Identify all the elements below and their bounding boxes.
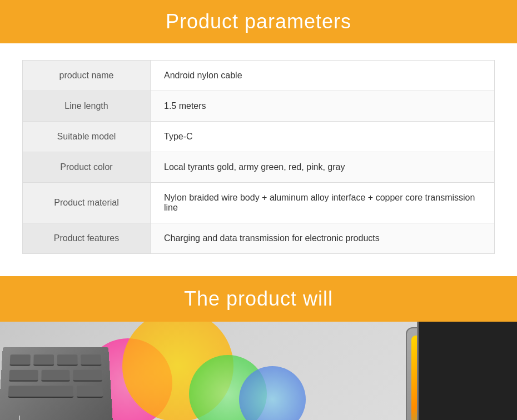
params-table: product nameAndroid nylon cableLine leng… (22, 60, 495, 254)
header-banner: Product parameters (0, 0, 517, 43)
key (41, 370, 70, 382)
key-wide (8, 386, 74, 398)
param-value: Local tyrants gold, army green, red, pin… (151, 152, 495, 183)
keyboard-element (0, 347, 114, 420)
key (33, 354, 54, 366)
arrow-icon: ↑ (17, 413, 23, 420)
param-value: Android nylon cable (151, 61, 495, 91)
table-row: Product colorLocal tyrants gold, army gr… (23, 152, 495, 183)
page-title: Product parameters (11, 10, 506, 33)
table-row: product nameAndroid nylon cable (23, 61, 495, 91)
param-label: Product color (23, 152, 151, 183)
param-label: Line length (23, 91, 151, 122)
key-row-1 (10, 354, 102, 366)
param-value: 1.5 meters (151, 91, 495, 122)
key-row-3 (8, 386, 103, 398)
table-row: Product materialNylon braided wire body … (23, 183, 495, 223)
param-label: product name (23, 61, 151, 91)
key (10, 354, 31, 366)
param-value: Nylon braided wire body + aluminum alloy… (151, 183, 495, 223)
table-row: Product featuresCharging and data transm… (23, 223, 495, 254)
key (81, 354, 101, 366)
product-image-section: ↑ popup elerie (0, 322, 517, 420)
table-row: Line length1.5 meters (23, 91, 495, 122)
key (9, 370, 38, 382)
key (73, 370, 102, 382)
device-right (417, 322, 517, 420)
param-label: Suitable model (23, 122, 151, 152)
table-section: product nameAndroid nylon cableLine leng… (0, 43, 517, 276)
param-value: Charging and data transmission for elect… (151, 223, 495, 254)
middle-banner: The product will (0, 276, 517, 322)
table-row: Suitable modelType-C (23, 122, 495, 152)
device-right-screen (419, 322, 517, 420)
key (77, 386, 103, 398)
middle-banner-title: The product will (11, 287, 506, 311)
key (57, 354, 78, 366)
param-label: Product features (23, 223, 151, 254)
param-value: Type-C (151, 122, 495, 152)
param-label: Product material (23, 183, 151, 223)
key-row-2 (9, 370, 102, 382)
product-image-container: ↑ popup elerie (0, 322, 517, 420)
